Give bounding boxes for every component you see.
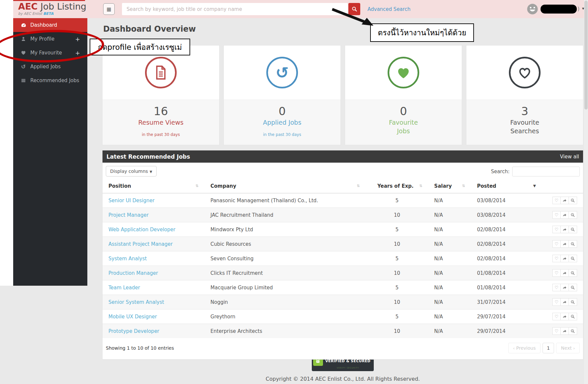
table-row[interactable]: Production Manager Clicks IT Recruitment…: [103, 266, 583, 280]
applied-jobs-ring: ↺: [266, 57, 298, 88]
sidebar-top-accent: [13, 0, 85, 1]
stat-subtext: in the past 30 days: [224, 132, 340, 137]
share-job-button[interactable]: [561, 327, 569, 335]
job-company: Macquarie Group Limited: [205, 280, 366, 295]
view-job-button[interactable]: [569, 313, 577, 320]
favourite-job-button[interactable]: ♡: [552, 298, 561, 306]
table-row[interactable]: Mobile UX Designer Greythorn 5 N/A 29/07…: [103, 309, 583, 324]
scrollbar-track[interactable]: [584, 0, 588, 384]
chevron-left-icon: ‹: [513, 346, 515, 351]
sidebar-item-dashboard[interactable]: Dashboard: [13, 18, 87, 32]
job-salary: N/A: [428, 208, 471, 222]
display-columns-button[interactable]: Display columns▼: [106, 166, 157, 176]
favourite-job-button[interactable]: ♡: [552, 313, 561, 320]
share-job-button[interactable]: [561, 255, 569, 262]
table-row[interactable]: Assistant Project Manager Cubic Resource…: [103, 237, 583, 251]
table-row[interactable]: System Analyst Seven Consulting 5 N/A 02…: [103, 251, 583, 266]
favourite-job-button[interactable]: ♡: [552, 226, 561, 233]
table-row[interactable]: Prototype Developer Enterprise Architect…: [103, 324, 583, 338]
share-job-button[interactable]: [561, 269, 569, 277]
table-row[interactable]: Team Leader Macquarie Group Limited 5 N/…: [103, 280, 583, 295]
menu-toggle-button[interactable]: ≡: [103, 3, 115, 15]
share-job-button[interactable]: [561, 226, 569, 233]
view-job-button[interactable]: [569, 269, 577, 277]
heart-outline-icon: ♡: [555, 314, 559, 319]
favourite-job-button[interactable]: ♡: [552, 255, 561, 262]
view-job-button[interactable]: [569, 240, 577, 248]
favourite-job-button[interactable]: ♡: [552, 197, 561, 204]
job-company: Seven Consulting: [205, 251, 366, 266]
sidebar-item-my-profile[interactable]: My Profile +: [13, 32, 87, 46]
previous-page-button[interactable]: ‹ Previous: [508, 343, 541, 353]
favourite-job-button[interactable]: ♡: [552, 269, 561, 277]
column-header-position[interactable]: Position⇅: [103, 180, 205, 193]
table-row[interactable]: Web Application Developer Mindworx Pty L…: [103, 222, 583, 237]
username-redaction-bar[interactable]: [541, 5, 577, 14]
job-position-link[interactable]: Web Application Developer: [108, 227, 175, 233]
job-position-link[interactable]: Senior UI Designer: [108, 198, 155, 204]
column-header-years[interactable]: Years of Exp.⇅: [366, 180, 428, 193]
heart-outline-icon: ♡: [555, 227, 559, 232]
view-job-button[interactable]: [569, 327, 577, 335]
view-job-button[interactable]: [569, 226, 577, 233]
job-position-link[interactable]: Project Manager: [108, 212, 149, 218]
share-job-button[interactable]: [561, 240, 569, 248]
scrollbar-thumb[interactable]: [584, 1, 588, 110]
view-job-button[interactable]: [569, 211, 577, 219]
job-position-link[interactable]: Team Leader: [108, 285, 140, 291]
table-row[interactable]: Project Manager JAC Recruitment Thailand…: [103, 208, 583, 222]
column-header-company[interactable]: Company⇅: [205, 180, 366, 193]
expand-plus-icon[interactable]: +: [75, 36, 80, 43]
job-position-link[interactable]: Mobile UX Designer: [108, 314, 157, 320]
heart-outline-icon: ♡: [555, 198, 559, 203]
sidebar-item-recommended-jobs[interactable]: Recommended Jobs: [13, 74, 87, 87]
view-job-button[interactable]: [569, 197, 577, 204]
job-position-link[interactable]: Production Manager: [108, 270, 158, 276]
heart-icon: [20, 50, 26, 56]
sidebar-item-applied-jobs[interactable]: ↺ Applied Jobs: [13, 60, 87, 74]
user-avatar[interactable]: [527, 3, 538, 15]
column-header-salary[interactable]: Salary⇅: [428, 180, 471, 193]
favourite-job-button[interactable]: ♡: [552, 327, 561, 335]
showing-entries-text: Showing 1 to 10 of 10 entries: [106, 345, 174, 351]
expand-plus-icon[interactable]: +: [75, 49, 80, 56]
view-job-button[interactable]: [569, 255, 577, 262]
column-header-posted[interactable]: Posted▼: [471, 180, 542, 193]
share-job-button[interactable]: [561, 284, 569, 291]
advanced-search-link[interactable]: Advanced Search: [368, 6, 410, 12]
stat-value: 16: [103, 105, 219, 118]
job-position-link[interactable]: Senior System Analyst: [108, 299, 164, 305]
share-icon: [562, 198, 567, 203]
table-row[interactable]: Senior System Analyst Noggin 10 N/A 31/0…: [103, 295, 583, 309]
view-job-button[interactable]: [569, 284, 577, 291]
page-number-button[interactable]: 1: [543, 343, 554, 353]
share-job-button[interactable]: [561, 313, 569, 320]
search-button[interactable]: [348, 3, 360, 15]
favourite-job-button[interactable]: ♡: [552, 211, 561, 219]
share-job-button[interactable]: [561, 211, 569, 219]
sort-icon[interactable]: ⇅: [195, 184, 198, 188]
logo-product: Job Listing: [38, 1, 86, 12]
next-page-button[interactable]: Next ›: [556, 343, 580, 353]
share-job-button[interactable]: [561, 197, 569, 204]
share-job-button[interactable]: [561, 298, 569, 306]
favourite-job-button[interactable]: ♡: [552, 240, 561, 248]
favourite-job-button[interactable]: ♡: [552, 284, 561, 291]
sort-desc-icon[interactable]: ▼: [533, 184, 536, 188]
job-position-link[interactable]: Assistant Project Manager: [108, 241, 173, 247]
job-salary: N/A: [428, 222, 471, 237]
table-row[interactable]: Senior UI Designer Panasonic Management …: [103, 193, 583, 208]
view-job-button[interactable]: [569, 298, 577, 306]
sort-icon[interactable]: ⇅: [462, 184, 465, 188]
job-position-link[interactable]: Prototype Developer: [108, 328, 159, 334]
page-title: Dashboard Overview: [103, 24, 196, 34]
job-position-link[interactable]: System Analyst: [108, 256, 147, 262]
sort-icon[interactable]: ⇅: [419, 184, 422, 188]
view-all-link[interactable]: View all: [560, 154, 579, 160]
share-icon: [562, 314, 567, 319]
sidebar-item-my-favourite[interactable]: My Favourite +: [13, 46, 87, 60]
zoom-icon: [571, 329, 575, 334]
search-input[interactable]: [122, 3, 348, 15]
sort-icon[interactable]: ⇅: [357, 184, 360, 188]
table-search-input[interactable]: [512, 167, 580, 176]
